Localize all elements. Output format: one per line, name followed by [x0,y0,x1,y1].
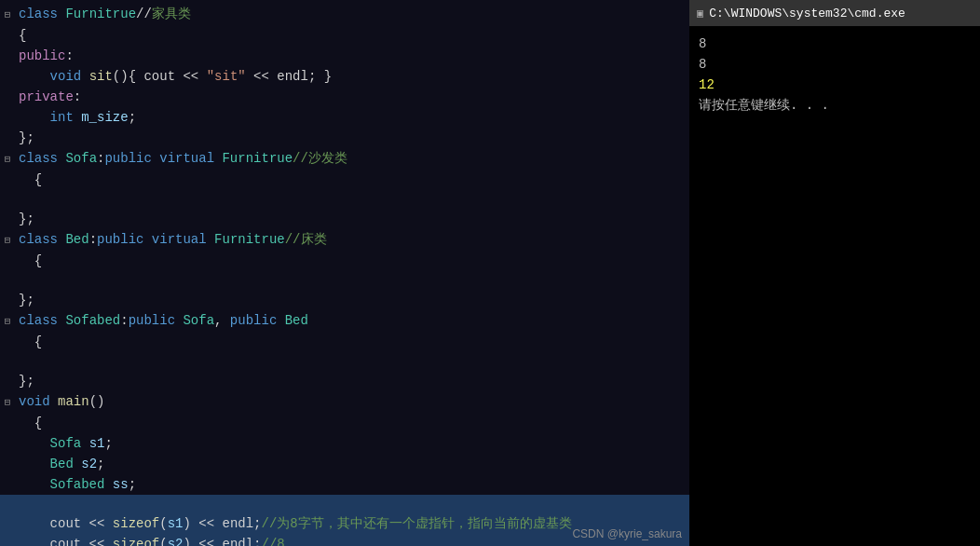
code-line: Sofabed ss; [0,474,689,495]
cmd-icon: ▣ [697,7,703,20]
cmd-window: ▣ C:\WINDOWS\system32\cmd.exe 8812请按任意键继… [689,0,980,546]
line-content: { [15,414,689,432]
line-content: class Sofabed:public Sofa, public Bed [15,311,689,330]
line-content: { [15,333,689,351]
code-line: ⊟class Sofabed:public Sofa, public Bed [0,310,689,332]
cmd-title: C:\WINDOWS\system32\cmd.exe [709,7,905,20]
line-content: { [15,26,689,45]
code-editor: ⊟class Furnitrue//家具类{public: void sit()… [0,0,689,546]
code-line: ⊟class Furnitrue//家具类 [0,4,689,25]
cmd-titlebar: ▣ C:\WINDOWS\system32\cmd.exe [689,0,980,26]
line-content: Bed s2; [15,455,689,473]
code-line: { [0,25,689,46]
code-line: ⊟void main() [0,391,689,413]
fold-icon[interactable]: ⊟ [0,6,15,24]
line-content: { [15,252,689,270]
code-line: public: [0,46,689,66]
watermark: CSDN @kyrie_sakura [572,527,682,540]
code-line [0,352,689,371]
code-line: ⊟class Bed:public virtual Furnitrue//床类 [0,229,689,251]
line-content: class Sofa:public virtual Furnitrue//沙发类 [15,149,689,168]
cmd-line: 8 [699,34,971,54]
line-content: }; [15,129,689,147]
code-line: { [0,251,689,271]
fold-icon[interactable]: ⊟ [0,150,15,169]
cmd-line: 请按任意键继续. . . [699,95,971,116]
line-content: }; [15,210,689,228]
code-line [0,495,689,513]
code-line [0,190,689,209]
code-line: }; [0,128,689,148]
code-line: Sofa s1; [0,433,689,454]
code-line: }; [0,290,689,310]
code-line: { [0,170,689,190]
code-line: { [0,413,689,433]
fold-icon[interactable]: ⊟ [0,231,15,250]
code-line: ⊟class Sofa:public virtual Furnitrue//沙发… [0,148,689,170]
line-content: }; [15,372,689,390]
cmd-output: 8812请按任意键继续. . . [689,26,980,546]
line-content: private: [15,88,689,106]
line-content: class Bed:public virtual Furnitrue//床类 [15,230,689,249]
line-content: { [15,171,689,189]
code-line: private: [0,87,689,107]
line-content: class Furnitrue//家具类 [15,5,689,23]
line-content: Sofa s1; [15,434,689,453]
code-line: int m_size; [0,107,689,128]
code-line: void sit(){ cout << "sit" << endl; } [0,66,689,87]
line-content: void sit(){ cout << "sit" << endl; } [15,67,689,86]
cmd-line: 8 [699,54,971,75]
fold-icon[interactable]: ⊟ [0,393,15,412]
code-line: Bed s2; [0,454,689,474]
code-line: }; [0,209,689,229]
code-line [0,271,689,290]
line-content: public: [15,47,689,65]
line-content: int m_size; [15,108,689,127]
line-content: Sofabed ss; [15,475,689,494]
cmd-line: 12 [699,75,971,95]
code-line: { [0,332,689,352]
line-content: }; [15,291,689,309]
fold-icon[interactable]: ⊟ [0,312,15,331]
line-content: void main() [15,392,689,411]
code-line: }; [0,371,689,391]
